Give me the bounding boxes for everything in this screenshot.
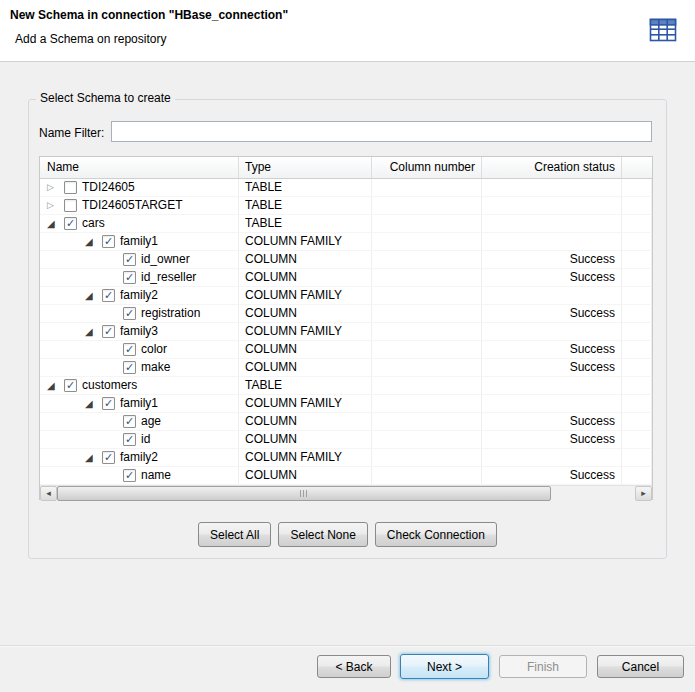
column-header-type[interactable]: Type <box>239 157 372 178</box>
table-row[interactable]: ◢ cars TABLE <box>40 215 652 233</box>
row-extra-cell <box>622 341 652 358</box>
column-header-creation-status[interactable]: Creation status <box>482 157 622 178</box>
table-row[interactable]: ◢ family2 COLUMN FAMILY <box>40 449 652 467</box>
row-checkbox[interactable] <box>64 379 77 392</box>
row-checkbox[interactable] <box>123 307 136 320</box>
expand-arrow-icon[interactable]: ◢ <box>85 323 102 340</box>
row-extra-cell <box>622 431 652 448</box>
row-name-cell: ◢ family1 <box>40 233 239 250</box>
select-all-button[interactable]: Select All <box>198 522 271 547</box>
row-checkbox[interactable] <box>123 271 136 284</box>
row-column-number <box>372 395 482 412</box>
row-type: COLUMN FAMILY <box>239 233 372 250</box>
row-checkbox[interactable] <box>64 199 77 212</box>
select-none-button[interactable]: Select None <box>278 522 367 547</box>
row-creation-status: Success <box>482 341 622 358</box>
row-checkbox[interactable] <box>123 469 136 482</box>
scrollbar-track[interactable] <box>57 486 635 501</box>
row-extra-cell <box>622 395 652 412</box>
expand-arrow-icon[interactable]: ◢ <box>85 449 102 466</box>
table-row[interactable]: id COLUMN Success <box>40 431 652 449</box>
row-type: COLUMN <box>239 431 372 448</box>
next-button[interactable]: Next > <box>400 654 489 679</box>
row-extra-cell <box>622 179 652 196</box>
scroll-right-button[interactable] <box>635 486 652 501</box>
row-type: COLUMN FAMILY <box>239 323 372 340</box>
row-name-label: family2 <box>120 287 158 304</box>
row-extra-cell <box>622 269 652 286</box>
table-row[interactable]: name COLUMN Success <box>40 467 652 485</box>
row-creation-status: Success <box>482 413 622 430</box>
row-type: COLUMN <box>239 359 372 376</box>
table-row[interactable]: registration COLUMN Success <box>40 305 652 323</box>
table-body: ▷ TDI24605 TABLE ▷ TDI24605TARGET TABLE … <box>40 179 652 485</box>
table-row[interactable]: id_owner COLUMN Success <box>40 251 652 269</box>
row-type: COLUMN <box>239 269 372 286</box>
row-name-cell: ▷ TDI24605TARGET <box>40 197 239 214</box>
scrollbar-thumb[interactable] <box>57 486 551 501</box>
table-row[interactable]: color COLUMN Success <box>40 341 652 359</box>
name-filter-input[interactable] <box>111 121 652 142</box>
row-name-cell: id_reseller <box>40 269 239 286</box>
scroll-left-button[interactable] <box>40 486 57 501</box>
back-button[interactable]: < Back <box>317 655 391 678</box>
row-column-number <box>372 305 482 322</box>
scroll-left-arrow-icon <box>46 489 51 498</box>
expand-arrow-icon[interactable]: ◢ <box>85 395 102 412</box>
row-name-cell: ◢ family1 <box>40 395 239 412</box>
row-checkbox[interactable] <box>102 397 115 410</box>
row-extra-cell <box>622 287 652 304</box>
row-creation-status <box>482 233 622 250</box>
column-header-column-number[interactable]: Column number <box>372 157 482 178</box>
name-filter-label: Name Filter: <box>39 126 104 140</box>
check-connection-button[interactable]: Check Connection <box>375 522 497 547</box>
row-checkbox[interactable] <box>64 217 77 230</box>
row-checkbox[interactable] <box>123 253 136 266</box>
horizontal-scrollbar[interactable] <box>40 485 652 501</box>
row-checkbox[interactable] <box>123 433 136 446</box>
row-column-number <box>372 197 482 214</box>
row-column-number <box>372 377 482 394</box>
table-row[interactable]: ◢ customers TABLE <box>40 377 652 395</box>
table-row[interactable]: ◢ family1 COLUMN FAMILY <box>40 233 652 251</box>
row-name-label: family3 <box>120 323 158 340</box>
row-column-number <box>372 359 482 376</box>
expand-arrow-icon[interactable]: ◢ <box>85 287 102 304</box>
row-creation-status <box>482 197 622 214</box>
row-name-label: registration <box>141 305 200 322</box>
expand-arrow-icon[interactable]: ▷ <box>47 179 64 196</box>
row-checkbox[interactable] <box>102 451 115 464</box>
row-checkbox[interactable] <box>102 235 115 248</box>
row-checkbox[interactable] <box>123 415 136 428</box>
expand-arrow-icon[interactable]: ▷ <box>47 197 64 214</box>
expand-arrow-icon[interactable]: ◢ <box>47 215 64 232</box>
finish-button[interactable]: Finish <box>499 655 587 678</box>
row-column-number <box>372 413 482 430</box>
row-checkbox[interactable] <box>64 181 77 194</box>
row-type: TABLE <box>239 377 372 394</box>
row-checkbox[interactable] <box>123 361 136 374</box>
row-checkbox[interactable] <box>102 325 115 338</box>
table-row[interactable]: id_reseller COLUMN Success <box>40 269 652 287</box>
expand-arrow-icon[interactable]: ◢ <box>85 233 102 250</box>
row-checkbox[interactable] <box>102 289 115 302</box>
row-name-cell: color <box>40 341 239 358</box>
cancel-button[interactable]: Cancel <box>597 655 684 678</box>
table-row[interactable]: ◢ family3 COLUMN FAMILY <box>40 323 652 341</box>
row-name-cell: age <box>40 413 239 430</box>
row-name-label: id_reseller <box>141 269 196 286</box>
table-row[interactable]: ◢ family1 COLUMN FAMILY <box>40 395 652 413</box>
table-row[interactable]: ▷ TDI24605TARGET TABLE <box>40 197 652 215</box>
table-row[interactable]: age COLUMN Success <box>40 413 652 431</box>
row-name-cell: name <box>40 467 239 484</box>
column-header-name[interactable]: Name <box>40 157 239 178</box>
row-name-label: TDI24605 <box>82 179 135 196</box>
row-checkbox[interactable] <box>123 343 136 356</box>
table-row[interactable]: make COLUMN Success <box>40 359 652 377</box>
row-type: TABLE <box>239 179 372 196</box>
table-row[interactable]: ▷ TDI24605 TABLE <box>40 179 652 197</box>
table-row[interactable]: ◢ family2 COLUMN FAMILY <box>40 287 652 305</box>
row-creation-status <box>482 395 622 412</box>
row-type: COLUMN <box>239 341 372 358</box>
expand-arrow-icon[interactable]: ◢ <box>47 377 64 394</box>
